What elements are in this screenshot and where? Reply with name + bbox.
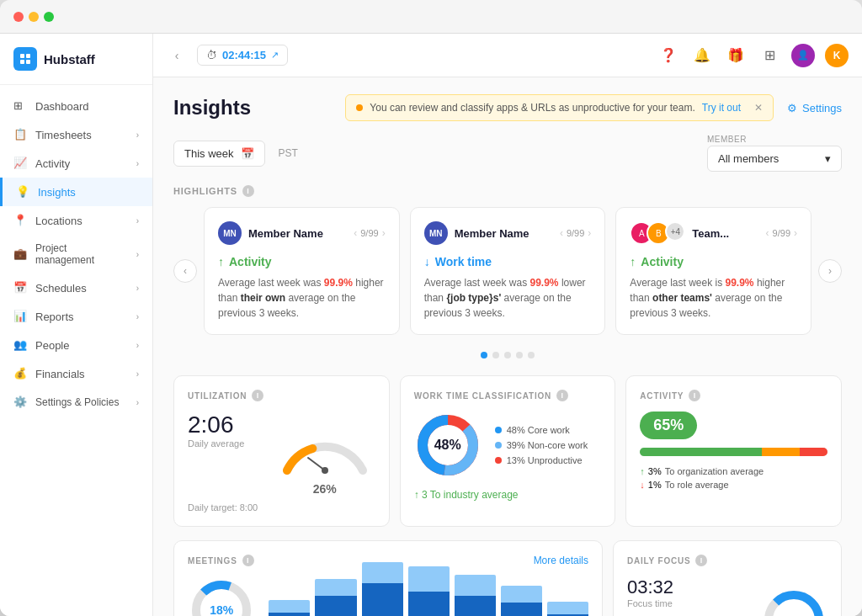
- maximize-button[interactable]: [44, 12, 54, 22]
- highlights-info-icon[interactable]: i: [242, 185, 254, 197]
- svg-rect-2: [20, 60, 24, 64]
- bar-mon: Mon: [315, 579, 356, 616]
- bar-tue: Tue: [362, 562, 403, 616]
- date-range-picker[interactable]: This week 📅: [173, 141, 265, 167]
- filter-row: This week 📅 PST MEMBER All members ▾: [173, 135, 842, 172]
- people-icon: 👥: [13, 338, 27, 352]
- expand-icon[interactable]: ↗: [271, 50, 279, 61]
- sidebar-item-people[interactable]: 👥 People ›: [0, 331, 152, 359]
- gift-icon[interactable]: 🎁: [724, 44, 748, 67]
- briefcase-icon: 💼: [13, 247, 27, 261]
- sidebar-item-timesheets[interactable]: 📋 Timesheets ›: [0, 120, 152, 149]
- close-button[interactable]: [13, 12, 24, 22]
- card-nav-prev[interactable]: ‹: [560, 227, 563, 239]
- util-info-icon[interactable]: i: [252, 390, 263, 401]
- meetings-title: MEETINGS i: [188, 555, 254, 566]
- dot-5[interactable]: [528, 352, 535, 358]
- settings-button[interactable]: ⚙ Settings: [774, 102, 842, 114]
- org-avg-stat: ↑ 3% To organization average: [640, 466, 827, 476]
- highlight-value: 99.9%: [324, 277, 353, 289]
- card-nav-next[interactable]: ›: [382, 227, 386, 239]
- card-member: MN Member Name: [218, 221, 323, 245]
- dot-2[interactable]: [492, 352, 499, 358]
- utilization-percent: 26%: [313, 482, 337, 496]
- dollar-icon: 💰: [13, 367, 27, 380]
- bar-yellow: [762, 448, 800, 456]
- utilization-title: UTILIZATION i: [188, 390, 375, 401]
- dot-4[interactable]: [516, 352, 523, 358]
- activity-stats: ↑ 3% To organization average ↓ 1% To rol…: [640, 466, 827, 490]
- chevron-right-icon: ›: [136, 284, 139, 293]
- daily-focus-title: DAILY FOCUS i: [627, 555, 827, 566]
- bar-dark: [362, 583, 403, 616]
- bar-wed: Wed: [408, 566, 450, 616]
- card-nav-prev[interactable]: ‹: [766, 227, 769, 239]
- minimize-button[interactable]: [29, 12, 39, 22]
- sidebar-item-settings[interactable]: ⚙️ Settings & Policies ›: [0, 388, 152, 417]
- bar-light: [547, 602, 588, 614]
- dot-3[interactable]: [504, 352, 511, 358]
- highlight-card-2: MN Member Name ‹ 9/99 › ↓: [410, 207, 606, 335]
- meetings-bar-chart: Sun Mon: [269, 576, 588, 616]
- arrow-up-icon: ↑: [630, 255, 636, 268]
- close-notification-icon[interactable]: ✕: [754, 102, 763, 114]
- highlight-card-3: A B +4 Team... ‹ 9/99 ›: [615, 207, 811, 335]
- activity-percent: 65%: [640, 412, 697, 439]
- dot-1[interactable]: [481, 352, 487, 358]
- highlight-value: 99.9%: [726, 277, 754, 289]
- user-avatar[interactable]: 👤: [791, 44, 815, 67]
- grid-apps-icon[interactable]: ⊞: [758, 44, 781, 67]
- highlights-scroll-left[interactable]: ‹: [173, 259, 197, 283]
- timer-widget[interactable]: ⏱ 02:44:15 ↗: [197, 45, 288, 66]
- sidebar-item-label: Project management: [35, 242, 128, 266]
- sidebar-item-projects[interactable]: 💼 Project management ›: [0, 235, 152, 273]
- member-name: Team...: [692, 227, 729, 240]
- notification-bar: You can review and classify apps & URLs …: [345, 94, 774, 121]
- chevron-right-icon: ›: [136, 369, 139, 379]
- timer-value: 02:44:15: [222, 49, 266, 61]
- sidebar-item-locations[interactable]: 📍 Locations ›: [0, 206, 152, 235]
- member-select-dropdown[interactable]: All members ▾: [707, 146, 842, 172]
- activity-info-icon[interactable]: i: [689, 390, 700, 401]
- svg-point-5: [322, 467, 328, 474]
- team-avatars: A B +4: [630, 221, 685, 245]
- sidebar-item-label: Dashboard: [35, 100, 89, 113]
- logo-area: Hubstaff: [0, 34, 152, 85]
- sidebar-item-financials[interactable]: 💰 Financials ›: [0, 359, 152, 388]
- more-details-link[interactable]: More details: [534, 555, 588, 566]
- user-initial-avatar[interactable]: K: [825, 44, 849, 67]
- bell-icon[interactable]: 🔔: [690, 44, 714, 67]
- highlights-scroll-right[interactable]: ›: [818, 259, 842, 283]
- card-nav-prev[interactable]: ‹: [354, 227, 357, 239]
- sidebar-item-activity[interactable]: 📈 Activity ›: [0, 149, 152, 178]
- main-area: ‹ ⏱ 02:44:15 ↗ ❓ 🔔 🎁 ⊞ 👤 K: [153, 34, 862, 616]
- bar-dark: [269, 613, 310, 616]
- highlight-bold: {job type}s': [446, 292, 501, 304]
- try-it-out-link[interactable]: Try it out: [702, 102, 741, 114]
- activity-bar: [640, 448, 827, 456]
- back-button[interactable]: ‹: [167, 45, 187, 66]
- card-nav: ‹ 9/99 ›: [560, 227, 591, 239]
- member-filter-label: MEMBER: [707, 135, 842, 144]
- legend-core: 48% Core work: [495, 425, 588, 435]
- bar-dark: [501, 603, 542, 616]
- meetings-left: 18% 12 Meetings $523 Spent: [188, 576, 255, 616]
- chevron-right-icon: ›: [136, 341, 139, 350]
- card-nav-next[interactable]: ›: [588, 227, 591, 239]
- sidebar-item-label: Timesheets: [35, 129, 92, 141]
- sidebar-item-reports[interactable]: 📊 Reports ›: [0, 302, 152, 331]
- carousel-dots: [173, 352, 842, 358]
- question-icon[interactable]: ❓: [657, 44, 680, 67]
- bar-fri: Fri: [501, 586, 542, 616]
- df-info-icon[interactable]: i: [695, 555, 707, 566]
- sidebar-item-dashboard[interactable]: ⊞ Dashboard: [0, 92, 152, 120]
- highlight-card-1: MN Member Name ‹ 9/99 › ↑: [204, 207, 400, 335]
- card-nav-next[interactable]: ›: [794, 227, 797, 239]
- meetings-info-icon[interactable]: i: [242, 555, 254, 566]
- wt-info-icon[interactable]: i: [556, 390, 568, 401]
- sidebar-item-schedules[interactable]: 📅 Schedules ›: [0, 273, 152, 302]
- svg-rect-3: [26, 60, 30, 64]
- settings-label: Settings: [802, 102, 842, 114]
- svg-rect-1: [26, 54, 30, 58]
- sidebar-item-insights[interactable]: 💡 Insights: [0, 178, 152, 206]
